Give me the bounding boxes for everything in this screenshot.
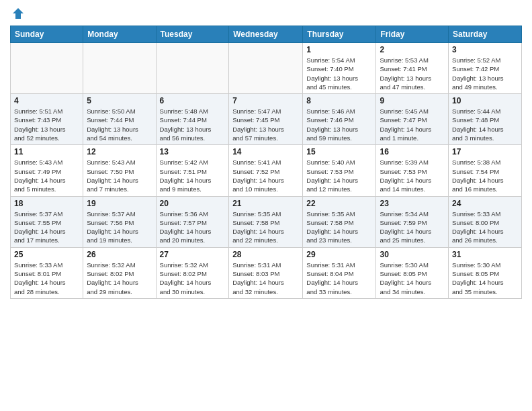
weekday-header-tuesday: Tuesday bbox=[156, 26, 229, 43]
day-info: Sunrise: 5:35 AM Sunset: 7:58 PM Dayligh… bbox=[232, 210, 299, 245]
calendar-cell: 25Sunrise: 5:33 AM Sunset: 8:01 PM Dayli… bbox=[11, 247, 83, 298]
day-info: Sunrise: 5:54 AM Sunset: 7:40 PM Dayligh… bbox=[306, 56, 372, 91]
calendar-cell bbox=[11, 43, 83, 94]
day-number: 21 bbox=[232, 199, 299, 208]
day-info: Sunrise: 5:38 AM Sunset: 7:54 PM Dayligh… bbox=[452, 158, 518, 193]
calendar-cell: 29Sunrise: 5:31 AM Sunset: 8:04 PM Dayli… bbox=[303, 247, 376, 298]
calendar-cell: 16Sunrise: 5:39 AM Sunset: 7:53 PM Dayli… bbox=[376, 145, 449, 196]
day-number: 1 bbox=[306, 45, 372, 54]
calendar-cell bbox=[83, 43, 156, 94]
day-number: 10 bbox=[452, 96, 518, 105]
day-number: 5 bbox=[87, 96, 152, 105]
day-number: 23 bbox=[380, 199, 445, 208]
day-info: Sunrise: 5:40 AM Sunset: 7:53 PM Dayligh… bbox=[306, 158, 372, 193]
calendar-cell: 18Sunrise: 5:37 AM Sunset: 7:55 PM Dayli… bbox=[11, 196, 83, 247]
day-info: Sunrise: 5:46 AM Sunset: 7:46 PM Dayligh… bbox=[306, 107, 372, 142]
day-info: Sunrise: 5:41 AM Sunset: 7:52 PM Dayligh… bbox=[232, 158, 299, 193]
day-info: Sunrise: 5:33 AM Sunset: 8:01 PM Dayligh… bbox=[14, 261, 79, 296]
day-info: Sunrise: 5:33 AM Sunset: 8:00 PM Dayligh… bbox=[452, 210, 518, 245]
day-number: 27 bbox=[160, 250, 226, 259]
day-number: 7 bbox=[232, 96, 299, 105]
day-info: Sunrise: 5:32 AM Sunset: 8:02 PM Dayligh… bbox=[160, 261, 226, 296]
weekday-header-sunday: Sunday bbox=[11, 26, 83, 43]
calendar-cell: 26Sunrise: 5:32 AM Sunset: 8:02 PM Dayli… bbox=[83, 247, 156, 298]
calendar-cell: 22Sunrise: 5:35 AM Sunset: 7:58 PM Dayli… bbox=[303, 196, 376, 247]
day-info: Sunrise: 5:48 AM Sunset: 7:44 PM Dayligh… bbox=[160, 107, 226, 142]
calendar-cell: 15Sunrise: 5:40 AM Sunset: 7:53 PM Dayli… bbox=[303, 145, 376, 196]
day-info: Sunrise: 5:51 AM Sunset: 7:43 PM Dayligh… bbox=[14, 107, 79, 142]
weekday-header-thursday: Thursday bbox=[303, 26, 376, 43]
calendar-week-row: 25Sunrise: 5:33 AM Sunset: 8:01 PM Dayli… bbox=[11, 247, 522, 298]
calendar-cell: 21Sunrise: 5:35 AM Sunset: 7:58 PM Dayli… bbox=[229, 196, 303, 247]
day-info: Sunrise: 5:47 AM Sunset: 7:45 PM Dayligh… bbox=[232, 107, 299, 142]
day-number: 20 bbox=[160, 199, 226, 208]
page-container: SundayMondayTuesdayWednesdayThursdayFrid… bbox=[0, 0, 532, 306]
day-info: Sunrise: 5:36 AM Sunset: 7:57 PM Dayligh… bbox=[160, 210, 226, 245]
weekday-header-monday: Monday bbox=[83, 26, 156, 43]
svg-marker-0 bbox=[13, 8, 24, 19]
day-info: Sunrise: 5:52 AM Sunset: 7:42 PM Dayligh… bbox=[452, 56, 518, 91]
day-info: Sunrise: 5:43 AM Sunset: 7:50 PM Dayligh… bbox=[87, 158, 152, 193]
calendar-cell: 5Sunrise: 5:50 AM Sunset: 7:44 PM Daylig… bbox=[83, 94, 156, 145]
day-number: 18 bbox=[14, 199, 79, 208]
calendar-cell bbox=[229, 43, 303, 94]
calendar-cell: 24Sunrise: 5:33 AM Sunset: 8:00 PM Dayli… bbox=[449, 196, 522, 247]
day-number: 8 bbox=[306, 96, 372, 105]
calendar-table: SundayMondayTuesdayWednesdayThursdayFrid… bbox=[10, 26, 522, 299]
day-info: Sunrise: 5:31 AM Sunset: 8:04 PM Dayligh… bbox=[306, 261, 372, 296]
day-number: 12 bbox=[87, 147, 152, 156]
day-number: 30 bbox=[380, 250, 445, 259]
day-info: Sunrise: 5:44 AM Sunset: 7:48 PM Dayligh… bbox=[452, 107, 518, 142]
day-number: 13 bbox=[160, 147, 226, 156]
calendar-cell: 27Sunrise: 5:32 AM Sunset: 8:02 PM Dayli… bbox=[156, 247, 229, 298]
calendar-week-row: 18Sunrise: 5:37 AM Sunset: 7:55 PM Dayli… bbox=[11, 196, 522, 247]
calendar-cell: 6Sunrise: 5:48 AM Sunset: 7:44 PM Daylig… bbox=[156, 94, 229, 145]
weekday-header-saturday: Saturday bbox=[449, 26, 522, 43]
calendar-cell: 13Sunrise: 5:42 AM Sunset: 7:51 PM Dayli… bbox=[156, 145, 229, 196]
day-info: Sunrise: 5:37 AM Sunset: 7:55 PM Dayligh… bbox=[14, 210, 79, 245]
day-info: Sunrise: 5:43 AM Sunset: 7:49 PM Dayligh… bbox=[14, 158, 79, 193]
day-info: Sunrise: 5:45 AM Sunset: 7:47 PM Dayligh… bbox=[380, 107, 445, 142]
day-number: 15 bbox=[306, 147, 372, 156]
weekday-header-row: SundayMondayTuesdayWednesdayThursdayFrid… bbox=[11, 26, 522, 43]
calendar-cell: 3Sunrise: 5:52 AM Sunset: 7:42 PM Daylig… bbox=[449, 43, 522, 94]
day-info: Sunrise: 5:32 AM Sunset: 8:02 PM Dayligh… bbox=[87, 261, 152, 296]
day-number: 19 bbox=[87, 199, 152, 208]
calendar-cell: 30Sunrise: 5:30 AM Sunset: 8:05 PM Dayli… bbox=[376, 247, 449, 298]
calendar-cell: 20Sunrise: 5:36 AM Sunset: 7:57 PM Dayli… bbox=[156, 196, 229, 247]
calendar-cell: 11Sunrise: 5:43 AM Sunset: 7:49 PM Dayli… bbox=[11, 145, 83, 196]
day-number: 14 bbox=[232, 147, 299, 156]
day-info: Sunrise: 5:30 AM Sunset: 8:05 PM Dayligh… bbox=[452, 261, 518, 296]
calendar-cell: 9Sunrise: 5:45 AM Sunset: 7:47 PM Daylig… bbox=[376, 94, 449, 145]
day-info: Sunrise: 5:50 AM Sunset: 7:44 PM Dayligh… bbox=[87, 107, 152, 142]
calendar-cell: 31Sunrise: 5:30 AM Sunset: 8:05 PM Dayli… bbox=[449, 247, 522, 298]
day-info: Sunrise: 5:31 AM Sunset: 8:03 PM Dayligh… bbox=[232, 261, 299, 296]
day-number: 26 bbox=[87, 250, 152, 259]
day-info: Sunrise: 5:34 AM Sunset: 7:59 PM Dayligh… bbox=[380, 210, 445, 245]
day-info: Sunrise: 5:30 AM Sunset: 8:05 PM Dayligh… bbox=[380, 261, 445, 296]
day-number: 9 bbox=[380, 96, 445, 105]
day-info: Sunrise: 5:42 AM Sunset: 7:51 PM Dayligh… bbox=[160, 158, 226, 193]
calendar-cell: 1Sunrise: 5:54 AM Sunset: 7:40 PM Daylig… bbox=[303, 43, 376, 94]
weekday-header-wednesday: Wednesday bbox=[229, 26, 303, 43]
day-number: 25 bbox=[14, 250, 79, 259]
weekday-header-friday: Friday bbox=[376, 26, 449, 43]
logo bbox=[10, 7, 25, 20]
day-number: 31 bbox=[452, 250, 518, 259]
day-number: 16 bbox=[380, 147, 445, 156]
day-number: 2 bbox=[380, 45, 445, 54]
calendar-cell: 4Sunrise: 5:51 AM Sunset: 7:43 PM Daylig… bbox=[11, 94, 83, 145]
calendar-week-row: 1Sunrise: 5:54 AM Sunset: 7:40 PM Daylig… bbox=[11, 43, 522, 94]
day-number: 17 bbox=[452, 147, 518, 156]
day-number: 6 bbox=[160, 96, 226, 105]
day-info: Sunrise: 5:39 AM Sunset: 7:53 PM Dayligh… bbox=[380, 158, 445, 193]
calendar-cell: 28Sunrise: 5:31 AM Sunset: 8:03 PM Dayli… bbox=[229, 247, 303, 298]
day-number: 11 bbox=[14, 147, 79, 156]
page-header bbox=[10, 7, 522, 20]
day-info: Sunrise: 5:35 AM Sunset: 7:58 PM Dayligh… bbox=[306, 210, 372, 245]
day-number: 29 bbox=[306, 250, 372, 259]
calendar-week-row: 11Sunrise: 5:43 AM Sunset: 7:49 PM Dayli… bbox=[11, 145, 522, 196]
calendar-cell bbox=[156, 43, 229, 94]
calendar-cell: 7Sunrise: 5:47 AM Sunset: 7:45 PM Daylig… bbox=[229, 94, 303, 145]
calendar-cell: 19Sunrise: 5:37 AM Sunset: 7:56 PM Dayli… bbox=[83, 196, 156, 247]
